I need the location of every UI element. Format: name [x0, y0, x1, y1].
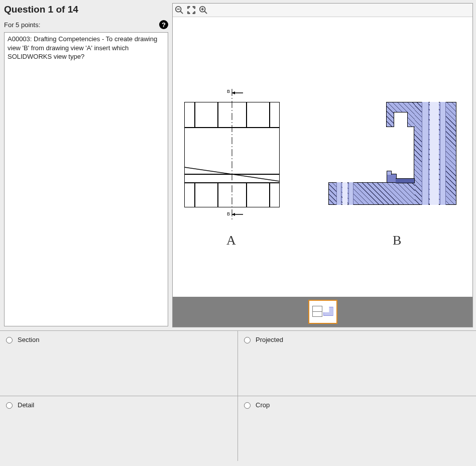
drawing-canvas[interactable]: B B	[173, 17, 472, 297]
thumbnail-strip	[173, 297, 472, 327]
points-text: For 5 points:	[4, 21, 40, 29]
answer-label: Section	[18, 336, 39, 343]
svg-line-4	[204, 11, 207, 14]
section-mark-top: B	[227, 89, 230, 94]
question-panel: Question 1 of 14 For 5 points: ? A00003:…	[0, 0, 172, 330]
svg-marker-10	[232, 91, 235, 94]
radio-icon	[244, 337, 251, 343]
question-prompt: A00003: Drafting Competencies - To creat…	[4, 32, 168, 326]
section-mark-bottom: B	[227, 211, 230, 216]
answer-label: Crop	[256, 401, 270, 409]
view-a-label: A	[226, 233, 236, 248]
svg-line-1	[180, 11, 183, 14]
points-row: For 5 points: ?	[4, 20, 168, 29]
image-viewer: B B	[172, 3, 473, 327]
radio-icon	[244, 402, 251, 409]
drawing-view-a: B B	[184, 102, 280, 207]
view-b-label: B	[393, 233, 401, 248]
radio-icon	[6, 402, 13, 409]
answer-grid: Section Projected Detail Crop	[0, 330, 476, 461]
thumbnail-1[interactable]	[308, 300, 337, 324]
answer-option-projected[interactable]: Projected	[238, 330, 476, 396]
answer-option-crop[interactable]: Crop	[238, 396, 476, 461]
answer-label: Projected	[256, 336, 283, 343]
answer-option-detail[interactable]: Detail	[0, 396, 238, 461]
help-icon[interactable]: ?	[159, 20, 168, 29]
answer-label: Detail	[18, 401, 34, 409]
fit-icon[interactable]	[186, 5, 197, 16]
svg-marker-12	[232, 213, 235, 216]
zoom-in-icon[interactable]	[198, 5, 209, 16]
viewer-toolbar	[173, 4, 472, 17]
drawing-view-b	[328, 102, 456, 205]
answer-option-section[interactable]: Section	[0, 330, 238, 396]
radio-icon	[6, 337, 13, 343]
zoom-out-icon[interactable]	[174, 5, 185, 16]
question-title: Question 1 of 14	[4, 4, 168, 15]
